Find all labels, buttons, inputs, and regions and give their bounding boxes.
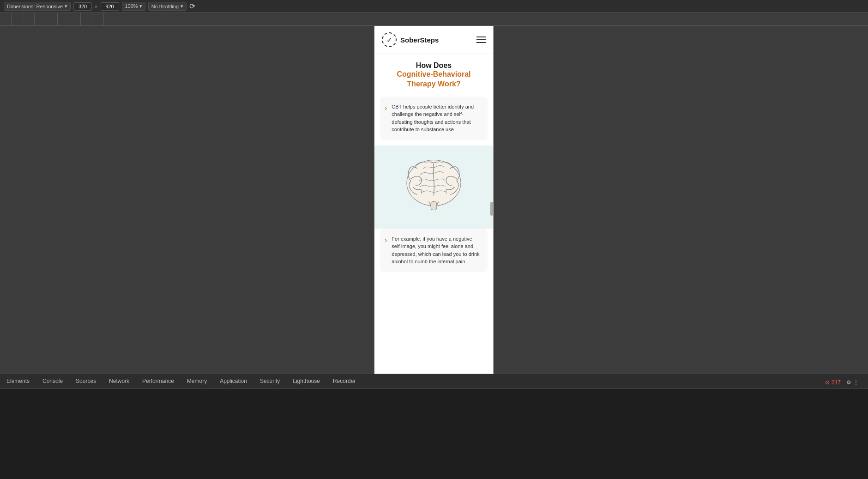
tab-sources[interactable]: Sources <box>69 374 102 388</box>
error-count: 317 <box>832 379 841 386</box>
dimension-x: × <box>95 4 97 9</box>
title-line1: How Does <box>382 61 486 70</box>
card1-text: CBT helps people better identify and cha… <box>392 103 481 133</box>
logo-check-icon: ✓ <box>382 32 397 47</box>
nav-item-2 <box>23 13 35 25</box>
hamburger-line-1 <box>476 36 486 37</box>
chevron-down-icon: ▾ <box>65 3 67 9</box>
brain-illustration <box>374 146 493 229</box>
height-input[interactable] <box>101 2 119 11</box>
nav-item-4 <box>46 13 58 25</box>
title-line3: Therapy Work? <box>382 79 486 89</box>
nav-strip <box>0 13 868 26</box>
card2-text: For example, if you have a negative self… <box>392 235 481 266</box>
content-card-1: › CBT helps people better identify and c… <box>380 97 488 140</box>
chevron-icon: › <box>385 104 387 133</box>
scrollbar[interactable] <box>490 202 493 216</box>
chevron-down-icon: ▾ <box>139 3 142 9</box>
devtools-content-area <box>0 389 868 479</box>
hamburger-line-2 <box>476 39 486 40</box>
tab-security[interactable]: Security <box>253 374 286 388</box>
tab-application[interactable]: Application <box>213 374 253 388</box>
nav-item-0 <box>0 13 12 25</box>
brain-section <box>374 146 493 229</box>
devtools-top-bar: Dimensions: Responsive ▾ × 100% ▾ No thr… <box>0 0 868 13</box>
title-line2: Cognitive-Behavioral <box>382 70 486 79</box>
tab-lighthouse[interactable]: Lighthouse <box>286 374 326 388</box>
chevron-down-icon: ▾ <box>181 3 183 9</box>
dimension-selector[interactable]: Dimensions: Responsive ▾ <box>4 2 71 11</box>
settings-icon[interactable]: ⚙ <box>846 379 851 386</box>
dimension-label: Dimensions: Responsive <box>7 4 63 9</box>
tab-console[interactable]: Console <box>36 374 69 388</box>
chevron-icon-2: › <box>385 236 387 266</box>
svg-rect-1 <box>431 201 437 210</box>
nav-item-7 <box>81 13 92 25</box>
nav-item-6 <box>69 13 81 25</box>
error-icon: ⊘ <box>825 379 830 386</box>
zoom-label: 100% <box>125 3 138 9</box>
tab-network[interactable]: Network <box>102 374 136 388</box>
logo-text: SoberSteps <box>400 36 439 44</box>
app-header: ✓ SoberSteps <box>374 26 493 54</box>
nav-item-3 <box>35 13 46 25</box>
devtools-bottom-panel: Elements Console Sources Network Perform… <box>0 374 868 479</box>
tab-performance[interactable]: Performance <box>136 374 181 388</box>
nav-item-8 <box>92 13 104 25</box>
nav-item-5 <box>58 13 69 25</box>
hamburger-menu-button[interactable] <box>476 36 486 43</box>
throttle-label: No throttling <box>151 4 179 9</box>
page-title-section: How Does Cognitive-Behavioral Therapy Wo… <box>374 54 493 97</box>
hamburger-line-3 <box>476 42 486 43</box>
rotate-icon[interactable]: ⟳ <box>189 2 195 11</box>
throttle-selector[interactable]: No throttling ▾ <box>148 2 187 11</box>
width-input[interactable] <box>73 2 92 11</box>
error-count-bar: ⊘ 317 ⚙ ⋮ <box>825 379 859 386</box>
tab-elements[interactable]: Elements <box>0 374 36 388</box>
app-logo: ✓ SoberSteps <box>382 32 439 47</box>
tab-recorder[interactable]: Recorder <box>326 374 362 388</box>
nav-item-1 <box>12 13 23 25</box>
content-card-2: › For example, if you have a negative se… <box>380 229 488 272</box>
more-options-icon[interactable]: ⋮ <box>853 379 859 386</box>
zoom-selector[interactable]: 100% ▾ <box>122 2 145 11</box>
tab-memory[interactable]: Memory <box>181 374 213 388</box>
devtools-tabs-row: Elements Console Sources Network Perform… <box>0 374 868 389</box>
dimension-section: Dimensions: Responsive ▾ × 100% ▾ No thr… <box>4 2 195 11</box>
